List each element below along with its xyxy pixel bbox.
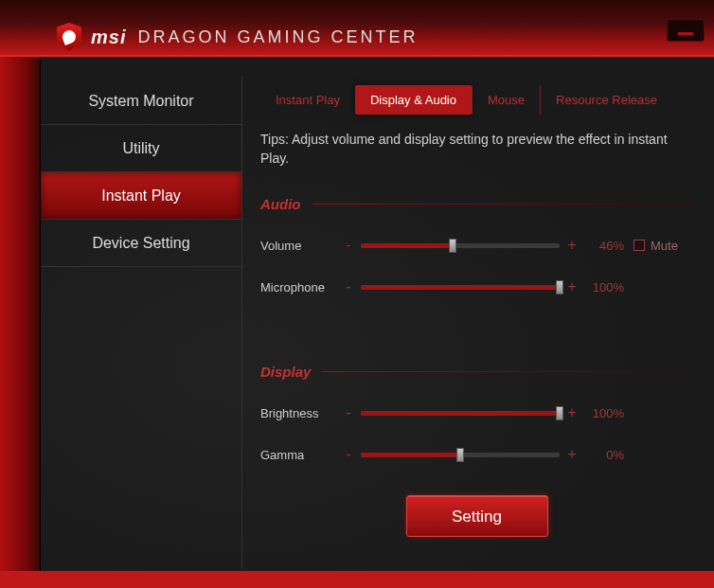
display-section-title: Display [260,364,311,380]
sidebar-item-instant-play[interactable]: Instant Play [41,172,241,220]
microphone-minus-button[interactable]: - [342,278,355,295]
brightness-value: 100% [579,406,624,420]
mute-label: Mute [651,239,678,253]
gamma-slider[interactable] [361,450,560,459]
brightness-minus-button[interactable]: - [342,404,355,421]
volume-slider[interactable] [361,241,560,250]
tab-mouse[interactable]: Mouse [472,85,540,115]
volume-row: Volume - + 46% Mute [260,229,693,261]
title-bar: msi DRAGON GAMING CENTER [57,23,418,51]
tab-bar: Instant Play Display & Audio Mouse Resou… [260,85,705,115]
setting-button[interactable]: Setting [406,495,548,537]
display-section-header: Display [260,364,693,380]
msi-shield-icon [57,23,81,51]
gamma-label: Gamma [260,448,342,462]
brand-logo: msi [91,27,126,48]
brightness-row: Brightness - + 100% [260,397,693,429]
audio-section-title: Audio [260,196,301,212]
gamma-plus-button[interactable]: + [565,446,579,463]
gamma-minus-button[interactable]: - [342,446,355,463]
brightness-label: Brightness [260,406,342,420]
tab-resource-release[interactable]: Resource Release [540,85,672,115]
app-title: DRAGON GAMING CENTER [137,27,418,47]
volume-label: Volume [260,239,342,253]
volume-value: 46% [579,239,624,253]
tab-instant-play[interactable]: Instant Play [260,85,355,115]
tips-text: Tips: Adjust volume and display setting … [260,131,693,168]
microphone-row: Microphone - + 100% [260,271,693,303]
mute-checkbox[interactable] [634,240,645,251]
microphone-label: Microphone [260,280,342,294]
microphone-slider[interactable] [361,282,560,292]
sidebar-item-system-monitor[interactable]: System Monitor [41,78,241,125]
sidebar: System Monitor Utility Instant Play Devi… [41,78,241,267]
main-panel: System Monitor Utility Instant Play Devi… [40,57,714,571]
bottom-frame [0,571,714,588]
minimize-icon [678,32,693,35]
gamma-value: 0% [579,448,624,462]
microphone-value: 100% [579,280,624,294]
volume-plus-button[interactable]: + [565,237,579,254]
section-divider [312,204,694,205]
tab-display-audio[interactable]: Display & Audio [355,85,472,115]
microphone-plus-button[interactable]: + [565,278,579,295]
gamma-row: Gamma - + 0% [260,438,693,471]
minimize-button[interactable] [667,19,705,42]
section-divider [322,371,693,372]
volume-minus-button[interactable]: - [342,237,355,254]
brightness-slider[interactable] [361,408,560,418]
sidebar-item-device-setting[interactable]: Device Setting [41,220,241,267]
content-area: Tips: Adjust volume and display setting … [260,131,693,561]
sidebar-item-utility[interactable]: Utility [41,125,241,172]
brightness-plus-button[interactable]: + [565,404,579,421]
left-frame [0,57,40,588]
sidebar-divider [241,76,242,568]
audio-section-header: Audio [260,196,693,212]
